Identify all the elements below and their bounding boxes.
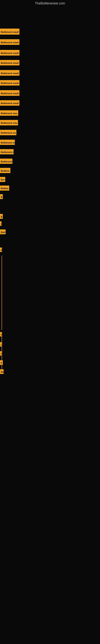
- bar-label: |: [0, 222, 1, 226]
- bar-item: |: [0, 222, 1, 226]
- bar-label: Bottleneck result: [0, 80, 19, 86]
- bar-item: Bottleneck result: [0, 80, 19, 86]
- bar-item: Bottlene: [0, 168, 10, 173]
- bar-label: B: [0, 214, 3, 219]
- bar-label: E: [0, 248, 2, 252]
- bar-label: Bottleneck result: [0, 50, 19, 56]
- bar-item: Bottleneck result: [0, 70, 19, 76]
- bar-item: B: [0, 194, 3, 199]
- bar-label: Bottleneck re: [0, 158, 12, 164]
- bar-item: E: [0, 248, 2, 252]
- bar-label: Bottleneck re: [0, 149, 14, 154]
- chart-area: TheBottlenecker.com Bottleneck resultBot…: [0, 0, 100, 644]
- bar-label: Bottleneck result: [0, 39, 19, 45]
- bar-item: Bottleneck result: [0, 90, 19, 96]
- bar-label: Bottleneck result: [0, 90, 19, 96]
- bar-label: Bottlen: [0, 186, 9, 190]
- bar-label: Bottleneck res: [0, 130, 16, 135]
- bar-item: Bottleneck res: [0, 130, 16, 135]
- bar-item: Bott: [0, 230, 6, 234]
- bar-label: Bottleneck result: [0, 60, 19, 66]
- bar-item: Bottlen: [0, 186, 9, 190]
- bar-label: Bottleneck re: [0, 140, 15, 145]
- bar-item: B: [0, 214, 3, 219]
- bar-item: Bottleneck re: [0, 158, 12, 164]
- vertical-line: [1, 334, 2, 370]
- bar-item: Bottleneck result: [0, 100, 19, 106]
- vertical-line: [1, 256, 2, 330]
- bar-label: Bottlene: [0, 168, 10, 173]
- bar-item: Bottleneck result: [0, 28, 19, 34]
- bar-item: Bottleneck re: [0, 149, 14, 154]
- bar-label: B: [0, 360, 3, 365]
- bar-label: B: [0, 194, 3, 199]
- bar-item: Bottleneck result: [0, 39, 19, 45]
- site-title: TheBottlenecker.com: [0, 0, 100, 6]
- bar-label: Bottleneck result: [0, 70, 19, 76]
- bar-item: Bottleneck result: [0, 50, 19, 56]
- bar-label: Bott: [0, 230, 6, 234]
- bar-item: Bot: [0, 177, 5, 182]
- bar-label: Bottleneck resu: [0, 120, 18, 126]
- bar-item: Bottleneck resu: [0, 120, 18, 126]
- bar-label: Bottleneck result: [0, 28, 19, 34]
- bar-label: Bottleneck resu: [0, 110, 18, 116]
- bar-label: Bottleneck result: [0, 100, 19, 106]
- bar-item: Bottleneck re: [0, 140, 15, 145]
- bar-label: Bot: [0, 177, 5, 182]
- bar-label: |: [0, 342, 1, 346]
- bar-item: B: [0, 360, 3, 365]
- bar-item: Bottleneck resu: [0, 110, 18, 116]
- bar-item: Bottleneck result: [0, 60, 19, 66]
- bar-item: |: [0, 342, 1, 346]
